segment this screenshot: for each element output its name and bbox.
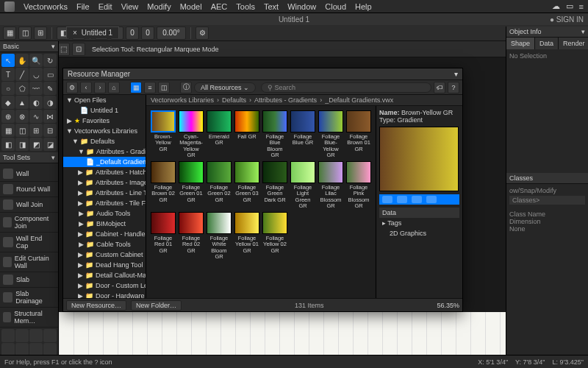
tool-i[interactable]: ▦ (1, 124, 15, 137)
pv-action-2[interactable] (397, 196, 407, 203)
menu-window[interactable]: Window (287, 2, 316, 11)
sign-in-button[interactable]: ● SIGN IN (550, 15, 584, 24)
gradient-swatch[interactable]: Foliage Red 02 GR (179, 212, 204, 260)
menu-cloud[interactable]: Cloud (325, 2, 346, 11)
polyline-tool[interactable]: 〰 (29, 82, 43, 95)
rm-info-icon[interactable]: ⓘ (180, 82, 192, 93)
gradient-swatch[interactable]: Foliage Brown 02 GR (151, 161, 176, 209)
gradient-swatch[interactable]: Foliage Red 01 GR (151, 212, 176, 260)
tool-e[interactable]: ⊕ (1, 110, 15, 123)
tree-node[interactable]: ▶📁Cabinet - Handles (63, 229, 146, 239)
rm-tag-icon[interactable]: 🏷 (434, 82, 445, 93)
bc-3[interactable]: _Default Gradients.vwx (325, 96, 393, 104)
tool-a[interactable]: ◆ (1, 96, 15, 109)
gradient-swatch[interactable]: Foliage Blue Bloom GR (262, 110, 287, 158)
tree-node[interactable]: ▼Vectorworks Libraries (63, 126, 146, 136)
rm-view-list-icon[interactable]: ≡ (144, 82, 156, 93)
tool-m[interactable]: ◧ (1, 138, 15, 151)
settings-icon[interactable]: ⚙ (196, 26, 209, 40)
toolset-item[interactable]: Slab (0, 272, 58, 288)
toolset-item[interactable]: Slab Drainage (0, 288, 58, 308)
circle-tool[interactable]: ○ (1, 82, 15, 95)
gradient-swatch[interactable]: Foliage Green Dark GR (262, 161, 287, 209)
gradient-swatch[interactable]: Cyan-Magenta-Yellow GR (179, 110, 204, 158)
selection-tool[interactable]: ↖ (1, 54, 15, 67)
menu-app[interactable]: Vectorworks (24, 2, 68, 11)
toolsets-menu-icon[interactable]: ▾ (51, 154, 55, 161)
tree-node[interactable]: ▶📁Dead Hang Tool (63, 260, 146, 270)
classes-dropdown[interactable]: Classes> (509, 196, 585, 205)
menu-modify[interactable]: Modify (147, 2, 171, 11)
pv-action-1[interactable] (382, 196, 392, 203)
tool-f[interactable]: ⊗ (15, 110, 29, 123)
rm-home-icon[interactable]: ⌂ (108, 82, 120, 93)
drawing-canvas[interactable] (59, 312, 506, 355)
gradient-swatch[interactable]: Foliage Green 02 GR (207, 161, 232, 209)
new-resource-button[interactable]: New Resource… (66, 300, 126, 311)
rm-filter-dropdown[interactable]: All Resources ⌄ (194, 82, 256, 93)
gradient-swatch[interactable]: Foliage Light Green GR (290, 161, 315, 209)
menu-help[interactable]: Help (355, 2, 372, 11)
mode-btn-1[interactable]: ▦ (3, 26, 16, 40)
pv-action-4[interactable] (426, 196, 437, 203)
tree-node[interactable]: ▶★Favorites (63, 116, 146, 126)
tree-node[interactable]: ▼📁Defaults (63, 136, 146, 146)
zoom-level[interactable]: 56.35% (437, 302, 459, 309)
line-tool[interactable]: ╱ (15, 68, 29, 81)
tree-node[interactable]: ▶📁Attributes - Image Fi (63, 177, 146, 188)
pv-action-3[interactable] (412, 196, 422, 203)
pv-data-header[interactable]: Data (379, 208, 459, 218)
tool-k[interactable]: ⊞ (29, 124, 43, 137)
tree-node[interactable]: 📄_Default Gradients (63, 157, 146, 167)
gradient-swatch[interactable]: Foliage Yellow 01 GR (234, 212, 259, 260)
menu-aec[interactable]: AEC (211, 2, 228, 11)
gradient-swatch[interactable]: Foliage Yellow 02 GR (262, 212, 287, 260)
mode-btn-2[interactable]: ◫ (18, 26, 32, 40)
polygon-tool[interactable]: ⬠ (15, 82, 29, 95)
gradient-swatch[interactable]: Foliage Brown 01 GR (346, 110, 371, 158)
tool-j[interactable]: ◫ (15, 124, 29, 137)
mode-btn-3[interactable]: ⊞ (34, 26, 47, 40)
toolset-item[interactable]: Component Join (0, 213, 58, 233)
tree-node[interactable]: ▶📁Custom Cabinet (63, 250, 146, 260)
gradient-swatch[interactable]: Foliage Lilac Blossom GR (318, 161, 343, 209)
tool-p[interactable]: ◪ (43, 138, 57, 151)
toolset-item[interactable]: Wall Join (0, 197, 58, 213)
tree-node[interactable]: ▶📁BIMobject (63, 219, 146, 229)
flyover-tool[interactable]: ↻ (43, 54, 57, 67)
bc-2[interactable]: Attributes - Gradients (254, 96, 317, 104)
menu-file[interactable]: File (76, 2, 90, 11)
rm-header[interactable]: Resource Manager ▾ (63, 68, 462, 80)
tree-node[interactable]: ▼📁Attributes - Gradients (63, 146, 146, 157)
tree-node[interactable]: ▶📁Cable Tools (63, 239, 146, 250)
menu-text[interactable]: Text (264, 2, 279, 11)
rm-search-input[interactable]: ⚲ Search (261, 82, 431, 93)
gradient-swatch[interactable]: Foliage Green 03 GR (234, 161, 259, 209)
bc-1[interactable]: Defaults (222, 96, 246, 104)
tool-l[interactable]: ⊟ (43, 124, 57, 137)
pan-tool[interactable]: ✋ (15, 54, 29, 67)
tab-data[interactable]: Data (535, 38, 559, 49)
tree-node[interactable]: ▶📁Attributes - Hatches (63, 167, 146, 177)
rm-fwd-icon[interactable]: › (94, 82, 106, 93)
readout-4[interactable]: 0 (141, 26, 154, 40)
toolset-item[interactable]: Round Wall (0, 182, 58, 197)
text-tool[interactable]: T (1, 68, 15, 81)
toolset-item[interactable]: Edit Curtain Wall (0, 252, 58, 272)
bt4[interactable] (43, 329, 57, 342)
bt3[interactable] (29, 329, 43, 342)
rm-gear-icon[interactable]: ⚙ (66, 82, 78, 93)
gradient-swatch[interactable]: Foliage Blue-Yellow GR (318, 110, 343, 158)
tree-node[interactable]: ▶📁Audio Tools (63, 208, 146, 219)
tool-d[interactable]: ◑ (43, 96, 57, 109)
menu-tools[interactable]: Tools (236, 2, 255, 11)
rm-view-thumb-icon[interactable]: ◫ (158, 82, 170, 93)
palette-menu-icon[interactable]: ▾ (51, 43, 55, 50)
tree-node[interactable]: ▶📁Detail Callout-Marker (63, 270, 146, 280)
gradient-swatch[interactable]: Foliage Pink Blossom GR (346, 161, 371, 209)
list-icon[interactable]: ≡ (579, 2, 584, 11)
rm-menu-icon[interactable]: ▾ (454, 70, 458, 78)
tree-node[interactable]: ▶📁Door - Hardware (63, 291, 146, 298)
tree-node[interactable]: ▼Open Files (63, 95, 146, 105)
freehand-tool[interactable]: ✎ (43, 82, 57, 95)
